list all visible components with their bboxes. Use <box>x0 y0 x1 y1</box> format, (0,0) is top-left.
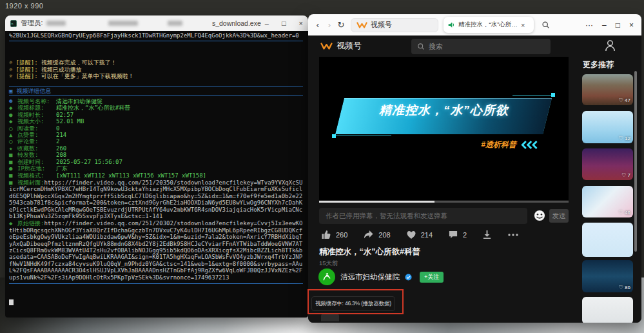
terminal-divider <box>9 86 303 86</box>
post-time: 15天前 <box>319 259 338 268</box>
banner-corner-line <box>512 95 551 96</box>
sidebar-thumb-slide-video[interactable] <box>582 223 633 257</box>
terminal-minimize-button[interactable]: – <box>265 19 269 27</box>
tip-label: [提醒]: <box>15 66 37 73</box>
download-action[interactable] <box>482 230 492 239</box>
danmaku-input[interactable]: 作者已停用弹幕，暂无法观看和发送弹幕 <box>319 208 527 224</box>
more-action[interactable] <box>507 233 519 237</box>
hashtag-label: #透析科普 <box>481 139 516 150</box>
comment-icon <box>448 230 458 239</box>
emoji-icon[interactable] <box>534 210 545 221</box>
tip-label: [提醒]: <box>15 73 37 79</box>
channels-brand[interactable]: 视频号 <box>320 40 362 52</box>
heart-action[interactable]: 214 <box>406 230 433 239</box>
detail-value: 2 <box>56 138 59 145</box>
terminal-tip-row: ☼[提醒]:视频缓存完成，可以下载了！ <box>9 59 305 66</box>
video-progress-bar[interactable] <box>319 201 569 203</box>
detail-value: 2025-05-27 15:56:07 <box>56 159 122 165</box>
terminal-detail-row: ☻视频号名称:清远市妇幼保健院 <box>9 98 305 105</box>
terminal-maximize-button[interactable]: □ <box>282 19 286 27</box>
video-player[interactable]: 精准控水，“水”心所欲 #透析科普 <box>319 57 569 200</box>
terminal-close-button[interactable]: × <box>299 19 303 27</box>
terminal-divider <box>9 96 303 96</box>
address-bar[interactable]: 视频号 <box>351 18 438 32</box>
browser-tab[interactable]: 精准控水，“水”心所欲#科普 × <box>444 17 534 33</box>
cover-url: https://finder.video.qq.com/251/20350/st… <box>9 179 302 219</box>
post-title: 精准控水，“水”心所欲#科普 <box>319 247 420 257</box>
banner-corner-square <box>332 134 336 138</box>
terminal-titlebar[interactable]: >_ 管理员: s_download.exe – □ × <box>5 15 308 31</box>
search-icon <box>417 43 425 50</box>
account-avatar[interactable] <box>318 268 335 285</box>
browser-more-button[interactable]: ··· <box>585 21 593 30</box>
browser-close-button[interactable]: × <box>629 21 634 30</box>
sidebar-thumb-lecture-video[interactable] <box>582 297 633 323</box>
bulb-icon: ☼ <box>9 66 12 73</box>
page-scrollbar[interactable] <box>634 71 637 252</box>
channels-logo-icon <box>356 21 367 29</box>
share-icon: ■ <box>9 152 17 158</box>
image-icon: ■ <box>9 179 17 186</box>
detail-value: 广东 <box>56 165 68 172</box>
search-icon[interactable] <box>542 21 550 29</box>
terminal-detail-row: ■转发数:208 <box>9 152 305 158</box>
terminal-origin-row: ◆原始链接:https://finder.video.qq.com/251/20… <box>9 220 305 281</box>
like-count-badge: ♡ 7 <box>621 172 630 178</box>
film-icon: ■ <box>9 172 17 179</box>
detail-value: 精准控水，“水”心所欲#科普 <box>56 105 130 111</box>
like-count-badge: ♡ 12 <box>619 136 630 141</box>
partial-element <box>321 314 339 321</box>
banner-corner-square <box>551 93 555 97</box>
like-action[interactable]: 260 <box>321 230 347 239</box>
terminal-tip-row: ☼[提醒]:视频已成功播放 <box>9 66 305 73</box>
terminal-details: ☻视频号名称:清远市妇幼保健院◆视频标题:精准控水，“水”心所欲#科普●视频时长… <box>9 98 305 179</box>
search-input[interactable]: 搜索 <box>411 39 551 54</box>
send-button[interactable]: 发送 <box>549 209 569 223</box>
detail-value: 清远市妇幼保健院 <box>56 98 102 105</box>
thumbs-up-icon <box>321 230 331 239</box>
sidebar-thumb-stage-show-video[interactable]: ♡ 7 <box>582 148 633 180</box>
browser-minimize-button[interactable]: – <box>602 21 607 30</box>
detail-label: 评论量: <box>17 138 54 145</box>
detail-value: 260 <box>56 145 66 152</box>
audio-playing-icon <box>448 21 455 28</box>
browser-titlebar[interactable]: ‹ › ↻ 视频号 精准控水，“水”心所欲#科普 × ··· – □ × <box>308 14 641 35</box>
tab-close-icon[interactable]: × <box>521 21 525 29</box>
comment-action[interactable]: 2 <box>448 230 467 239</box>
recommendations-sidebar: 更多推荐 ♡ 47♡ 12♡ 7♡ 46♡ 86 <box>582 35 633 323</box>
sidebar-thumb-doctors-video[interactable]: ♡ 46 <box>582 186 633 217</box>
terminal-title: s_download.exe <box>212 19 261 27</box>
sidebar-thumb-studio-video[interactable]: ♡ 86 <box>582 260 633 292</box>
more-dots-icon <box>507 233 519 237</box>
share-action[interactable]: 208 <box>363 230 390 239</box>
sidebar-thumb-cartoon-health-video[interactable]: ♡ 12 <box>582 111 633 143</box>
terminal-output[interactable]: %2BUx1JGLSEQRxGBnQryUEyp68FaFjayHksck1TD… <box>5 31 308 318</box>
detail-value: 0 <box>56 125 59 132</box>
forward-button[interactable]: › <box>324 20 335 30</box>
like-count-badge: ♡ 86 <box>619 285 630 290</box>
terminal-cover-row: ■视频封面:https://finder.video.qq.com/251/20… <box>9 179 305 219</box>
danmaku-bar: 作者已停用弹幕，暂无法观看和发送弹幕 发送 <box>319 208 569 225</box>
tip-text: 视频已成功播放 <box>41 66 82 73</box>
account-name[interactable]: 清远市妇幼保健院 <box>340 272 400 282</box>
follow-button[interactable]: +关注 <box>420 272 444 283</box>
info-panel-icon: ▣ <box>9 88 12 94</box>
detail-label: 阅读量: <box>17 125 54 132</box>
back-button[interactable]: ‹ <box>312 20 324 30</box>
detail-label: 转发数: <box>17 152 54 158</box>
address-brand-label: 视频号 <box>371 20 392 30</box>
like-count-badge: ♡ 47 <box>619 97 630 103</box>
terminal-detail-row: ★收藏数:260 <box>9 145 305 152</box>
terminal-cursor <box>9 299 14 305</box>
hospital-logo-icon <box>322 272 332 282</box>
browser-maximize-button[interactable]: □ <box>616 21 620 30</box>
share-arrow-icon <box>363 230 374 239</box>
console-icon: >_ <box>10 20 17 27</box>
video-banner-title: 精准控水，“水”心所欲 <box>319 102 569 119</box>
sidebar-thumb-meeting-room-video[interactable]: ♡ 47 <box>582 74 633 105</box>
refresh-button[interactable]: ↻ <box>335 20 347 30</box>
redacted-blur <box>168 21 182 26</box>
detail-label: 视频大小: <box>17 118 54 125</box>
globe-icon: ● <box>9 165 17 172</box>
search-placeholder: 搜索 <box>429 42 443 52</box>
